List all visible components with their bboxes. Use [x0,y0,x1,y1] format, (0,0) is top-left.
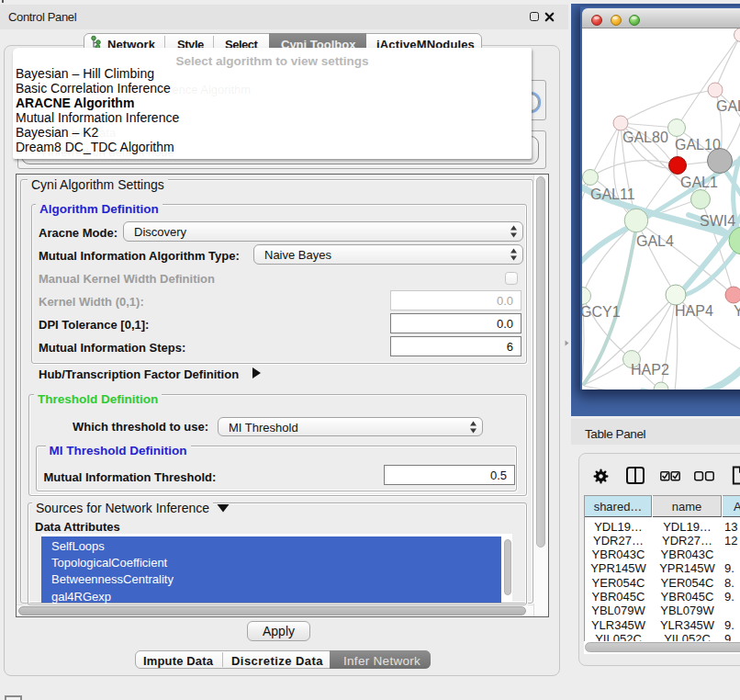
svg-text:GAL: GAL [716,98,740,114]
svg-text:GCY1: GCY1 [582,304,621,320]
svg-text:GAL80: GAL80 [622,130,668,145]
svg-text:GAL11: GAL11 [590,186,635,202]
svg-text:GAL4: GAL4 [636,233,674,249]
svg-text:YM: YM [734,303,740,319]
svg-text:GAL10: GAL10 [675,137,721,152]
svg-text:HAP4: HAP4 [675,303,713,319]
svg-text:GAL1: GAL1 [680,175,718,190]
svg-text:SWI4: SWI4 [700,213,735,229]
svg-text:HAP2: HAP2 [631,362,669,378]
